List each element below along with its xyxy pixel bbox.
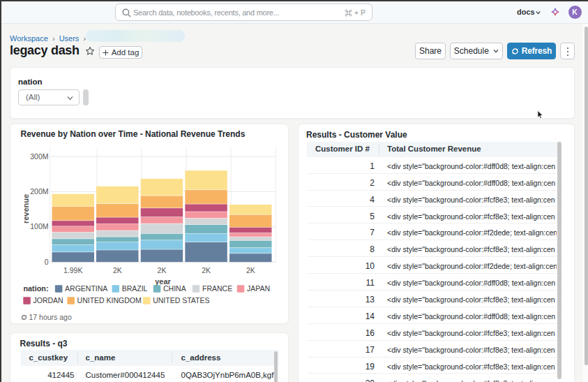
svg-text:0: 0 [44, 258, 48, 266]
svg-text:BRAZIL: BRAZIL [121, 284, 147, 293]
svg-text:300M: 300M [30, 152, 48, 161]
svg-text:2K: 2K [246, 266, 255, 274]
svg-text:CHINA: CHINA [163, 284, 186, 293]
svg-text:2K: 2K [202, 266, 211, 274]
svg-text:JORDAN: JORDAN [33, 296, 63, 304]
svg-text:JAPAN: JAPAN [247, 284, 270, 293]
svg-text:nation:: nation: [23, 284, 48, 293]
svg-text:ARGENTINA: ARGENTINA [65, 284, 107, 293]
svg-text:2K: 2K [157, 266, 166, 274]
svg-text:100M: 100M [30, 222, 48, 230]
svg-text:UNITED STATES: UNITED STATES [153, 296, 209, 304]
svg-text:2K: 2K [112, 266, 121, 274]
svg-text:1.99K: 1.99K [63, 266, 82, 274]
svg-text:revenue: revenue [21, 194, 29, 223]
svg-text:UNITED KINGDOM: UNITED KINGDOM [77, 296, 141, 304]
svg-text:200M: 200M [30, 187, 48, 196]
svg-text:FRANCE: FRANCE [202, 284, 232, 293]
